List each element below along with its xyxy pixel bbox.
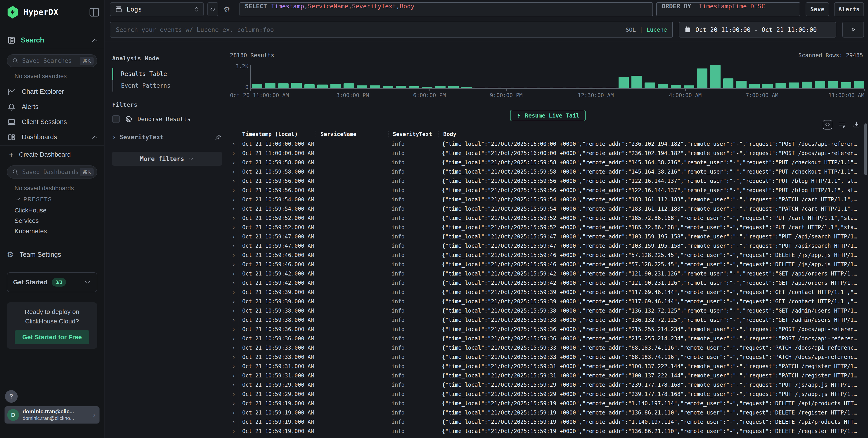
histogram-bar[interactable] — [278, 83, 288, 88]
histogram-bar[interactable] — [304, 84, 315, 88]
log-row[interactable]: ›Oct 21 10:59:19.000 AMinfo{"time_local"… — [230, 427, 864, 436]
row-expand-icon[interactable]: › — [230, 187, 241, 194]
log-row[interactable]: ›Oct 21 10:59:36.000 AMinfo{"time_local"… — [230, 325, 864, 334]
log-row[interactable]: ›Oct 21 10:59:56.000 AMinfo{"time_local"… — [230, 186, 864, 195]
saved-dashboards-input[interactable]: Saved Dashboards ⌘K — [7, 165, 97, 178]
row-expand-icon[interactable]: › — [230, 363, 241, 370]
histogram-bar[interactable] — [435, 86, 445, 88]
log-row[interactable]: ›Oct 21 10:59:58.000 AMinfo{"time_local"… — [230, 158, 864, 167]
denoise-results-option[interactable]: Denoise Results — [112, 115, 222, 123]
sql-toggle[interactable]: SQL — [625, 27, 636, 33]
log-row[interactable]: ›Oct 21 10:59:39.000 AMinfo{"time_local"… — [230, 297, 864, 306]
log-row[interactable]: ›Oct 21 10:59:19.000 AMinfo{"time_local"… — [230, 417, 864, 427]
histogram-bar[interactable] — [802, 81, 812, 88]
row-expand-icon[interactable]: › — [230, 289, 241, 296]
row-expand-icon[interactable]: › — [230, 326, 241, 333]
preset-clickhouse[interactable]: ClickHouse — [14, 205, 97, 215]
row-expand-icon[interactable]: › — [230, 251, 241, 259]
row-expand-icon[interactable]: › — [230, 316, 241, 324]
row-expand-icon[interactable]: › — [230, 437, 241, 438]
row-expand-icon[interactable]: › — [230, 214, 241, 222]
row-expand-icon[interactable]: › — [230, 400, 241, 407]
row-expand-icon[interactable]: › — [230, 177, 241, 184]
histogram-bar[interactable] — [631, 76, 642, 88]
saved-searches-input[interactable]: Saved Searches ⌘K — [7, 54, 97, 67]
histogram-bar[interactable] — [409, 86, 420, 88]
help-button[interactable]: ? — [5, 390, 18, 403]
log-row[interactable]: ›Oct 21 10:59:52.000 AMinfo{"time_local"… — [230, 223, 864, 232]
row-expand-icon[interactable]: › — [230, 381, 241, 388]
user-menu[interactable]: D dominic.tran@clic... dominic.tran@clic… — [4, 406, 99, 424]
histogram-bar[interactable] — [841, 82, 851, 88]
sidebar-item-alerts[interactable]: Alerts — [0, 99, 104, 114]
presets-group[interactable]: PRESETS — [15, 196, 52, 202]
sidebar-item-dashboards[interactable]: Dashboards — [0, 130, 104, 145]
column-body[interactable]: Body — [442, 131, 859, 137]
row-expand-icon[interactable]: › — [230, 140, 241, 147]
chevron-up-icon[interactable] — [91, 135, 98, 139]
histogram-bar[interactable] — [763, 84, 773, 88]
column-servicename[interactable]: ServiceName — [319, 131, 392, 137]
histogram-bar[interactable] — [815, 81, 825, 88]
log-row[interactable]: ›Oct 21 10:59:36.000 AMinfo{"time_local"… — [230, 334, 864, 343]
log-row[interactable]: ›Oct 21 10:59:19.000 AMinfo{"time_local"… — [230, 399, 864, 408]
log-row[interactable]: ›Oct 21 10:59:29.000 AMinfo{"time_local"… — [230, 390, 864, 399]
save-button[interactable]: Save — [806, 2, 829, 16]
row-expand-icon[interactable]: › — [230, 344, 241, 351]
preset-services[interactable]: Services — [14, 215, 97, 226]
log-row[interactable]: ›Oct 21 10:59:54.000 AMinfo{"time_local"… — [230, 195, 864, 204]
wrap-lines-button[interactable] — [837, 120, 847, 130]
row-expand-icon[interactable]: › — [230, 307, 241, 314]
preset-kubernetes[interactable]: Kubernetes — [14, 226, 97, 236]
histogram-bar[interactable] — [749, 83, 760, 88]
log-row[interactable]: ›Oct 21 10:59:38.000 AMinfo{"time_local"… — [230, 306, 864, 315]
chevron-up-icon[interactable] — [91, 38, 98, 42]
histogram-bar[interactable] — [710, 65, 720, 88]
language-toggle[interactable]: SQL | Lucene — [625, 27, 667, 33]
order-by-input[interactable]: ORDER BY TimestampTime DESC — [656, 2, 800, 16]
create-dashboard-button[interactable]: + Create Dashboard — [7, 149, 97, 161]
log-row[interactable]: ›Oct 21 10:59:31.000 AMinfo{"time_local"… — [230, 362, 864, 371]
row-expand-icon[interactable]: › — [230, 261, 241, 268]
histogram-bar[interactable] — [396, 86, 406, 88]
log-row[interactable]: ›Oct 21 10:59:47.000 AMinfo{"time_local"… — [230, 241, 864, 250]
alerts-button[interactable]: Alerts — [834, 2, 864, 16]
histogram-bar[interactable] — [317, 85, 328, 88]
row-expand-icon[interactable]: › — [230, 168, 241, 175]
denoise-checkbox[interactable] — [112, 115, 120, 123]
histogram-bar[interactable] — [736, 81, 747, 88]
row-expand-icon[interactable]: › — [230, 205, 241, 212]
severity-filter-group[interactable]: › SeverityText — [112, 133, 222, 141]
row-expand-icon[interactable]: › — [230, 196, 241, 203]
histogram-bar[interactable] — [619, 77, 629, 88]
row-expand-icon[interactable]: › — [230, 159, 241, 166]
lucene-toggle[interactable]: Lucene — [647, 27, 667, 33]
scrollbar-thumb[interactable] — [864, 124, 867, 175]
column-severitytext[interactable]: SeverityText — [392, 131, 442, 137]
log-row[interactable]: ›Oct 21 10:59:29.000 AMinfo{"time_local"… — [230, 380, 864, 390]
log-row[interactable]: ›Oct 21 10:59:38.000 AMinfo{"time_local"… — [230, 315, 864, 325]
row-expand-icon[interactable]: › — [230, 270, 241, 277]
histogram-bar[interactable] — [383, 86, 393, 88]
sidebar-collapse-icon[interactable] — [90, 8, 99, 16]
log-row[interactable]: ›Oct 21 10:59:56.000 AMinfo{"time_local"… — [230, 176, 864, 186]
histogram-bar[interactable] — [723, 78, 734, 88]
run-query-button[interactable] — [842, 22, 864, 37]
log-row[interactable]: ›Oct 21 10:59:39.000 AMinfo{"time_local"… — [230, 288, 864, 297]
histogram-bar[interactable] — [252, 84, 262, 88]
analysis-mode-event-patterns[interactable]: Event Patterns — [112, 80, 222, 92]
log-row[interactable]: ›Oct 21 10:59:33.000 AMinfo{"time_local"… — [230, 352, 864, 362]
source-settings-button[interactable]: ⚙ — [221, 2, 232, 16]
sidebar-item-team-settings[interactable]: ⚙ Team Settings — [7, 248, 97, 261]
log-row[interactable]: ›Oct 21 10:59:52.000 AMinfo{"time_local"… — [230, 213, 864, 223]
sidebar-item-search[interactable]: Search — [7, 34, 98, 46]
row-expand-icon[interactable]: › — [230, 224, 241, 231]
analysis-mode-results-table[interactable]: Results Table — [112, 68, 222, 80]
log-row[interactable]: ›Oct 21 10:59:33.000 AMinfo{"time_local"… — [230, 343, 864, 352]
get-started-dropdown[interactable]: Get Started 3/3 — [7, 272, 97, 292]
row-expand-icon[interactable]: › — [230, 391, 241, 398]
histogram-bar[interactable] — [291, 83, 302, 88]
log-row[interactable]: ›Oct 21 10:59:19.000 AMinfo{"time_local"… — [230, 408, 864, 417]
code-view-button[interactable] — [207, 2, 218, 16]
resume-live-tail-button[interactable]: Resume Live Tail — [510, 110, 586, 121]
